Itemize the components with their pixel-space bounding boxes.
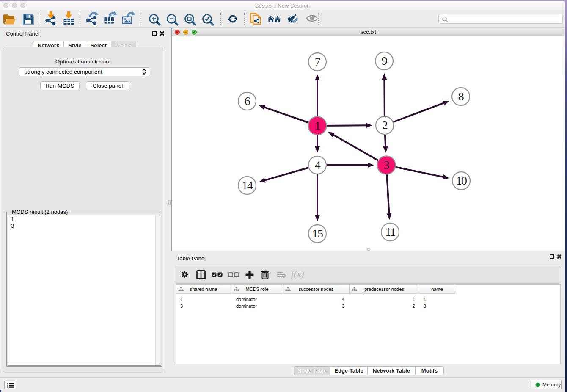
- svg-text:4: 4: [315, 158, 321, 171]
- svg-text:15: 15: [312, 227, 323, 240]
- svg-text:11: 11: [385, 225, 395, 238]
- svg-text:6: 6: [245, 94, 250, 108]
- svg-text:1: 1: [315, 119, 320, 132]
- svg-text:7: 7: [315, 55, 321, 68]
- svg-text:10: 10: [456, 174, 467, 187]
- svg-text:2: 2: [382, 119, 388, 132]
- svg-text:3: 3: [384, 158, 389, 171]
- svg-text:8: 8: [458, 90, 464, 103]
- svg-text:9: 9: [382, 54, 387, 67]
- svg-text:14: 14: [242, 179, 253, 192]
